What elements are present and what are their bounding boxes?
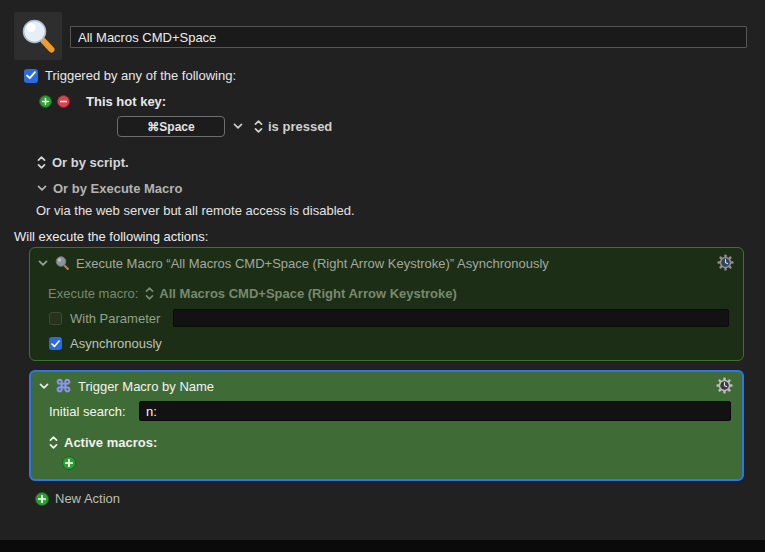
checkmark-icon bbox=[51, 340, 60, 348]
active-macros-popup[interactable]: Active macros: bbox=[49, 435, 157, 450]
hotkey-recorder[interactable]: ⌘Space bbox=[117, 116, 225, 137]
parameter-input[interactable] bbox=[173, 309, 729, 327]
initial-search-input[interactable] bbox=[139, 401, 731, 421]
execute-macro-label: Execute macro: bbox=[48, 286, 138, 301]
new-action-button[interactable]: New Action bbox=[35, 491, 120, 506]
collapse-chevron-icon[interactable] bbox=[38, 260, 48, 267]
asynchronously-row: Asynchronously bbox=[49, 336, 162, 351]
hotkey-header-row: This hot key: bbox=[39, 94, 166, 109]
with-parameter-row: With Parameter bbox=[49, 311, 160, 326]
minus-icon bbox=[60, 98, 67, 105]
hotkey-condition-label: is pressed bbox=[268, 119, 332, 134]
gear-icon[interactable] bbox=[716, 377, 733, 394]
hotkey-value: ⌘Space bbox=[147, 120, 194, 134]
action-title: Execute Macro “All Macros CMD+Space (Rig… bbox=[76, 256, 549, 271]
popup-updown-icon bbox=[49, 436, 58, 449]
hotkey-label: This hot key: bbox=[86, 94, 166, 109]
collapse-chevron-icon[interactable] bbox=[39, 383, 49, 390]
add-macro-row bbox=[62, 456, 76, 470]
chevron-down-icon[interactable] bbox=[233, 123, 243, 130]
bottom-divider bbox=[0, 540, 765, 552]
triggered-by-row: Triggered by any of the following: bbox=[24, 68, 236, 83]
triggered-by-label: Triggered by any of the following: bbox=[45, 68, 236, 83]
initial-search-row: Initial search: bbox=[49, 404, 126, 419]
hotkey-value-row: ⌘Space is pressed bbox=[117, 116, 332, 137]
magnifier-icon bbox=[18, 16, 58, 56]
asynchronously-checkbox[interactable] bbox=[49, 337, 62, 350]
actions-section-header: Will execute the following actions: bbox=[14, 229, 208, 244]
execute-macro-row: Execute macro: All Macros CMD+Space (Rig… bbox=[48, 286, 457, 301]
asynchronously-label: Asynchronously bbox=[70, 336, 162, 351]
web-server-note: Or via the web server but all remote acc… bbox=[36, 203, 355, 218]
action-header[interactable]: Execute Macro “All Macros CMD+Space (Rig… bbox=[38, 255, 549, 271]
action-title: Trigger Macro by Name bbox=[78, 379, 214, 394]
plus-icon bbox=[35, 492, 49, 506]
action-execute-macro[interactable]: Execute Macro “All Macros CMD+Space (Rig… bbox=[29, 247, 744, 361]
command-icon: ⌘ bbox=[55, 378, 72, 395]
new-action-label: New Action bbox=[55, 491, 120, 506]
triggered-by-checkbox[interactable] bbox=[24, 69, 38, 83]
remove-trigger-button[interactable] bbox=[57, 95, 70, 108]
plus-icon bbox=[65, 459, 73, 467]
or-by-execute-macro-label: Or by Execute Macro bbox=[53, 181, 182, 196]
add-trigger-button[interactable] bbox=[39, 95, 52, 108]
action-header[interactable]: ⌘ Trigger Macro by Name bbox=[39, 378, 214, 395]
macro-editor-window: Triggered by any of the following: This … bbox=[0, 0, 765, 552]
or-by-execute-macro-disclosure[interactable]: Or by Execute Macro bbox=[37, 181, 182, 196]
active-macros-label: Active macros: bbox=[64, 435, 157, 450]
popup-updown-icon bbox=[254, 120, 263, 133]
initial-search-label: Initial search: bbox=[49, 404, 126, 419]
checkmark-icon bbox=[26, 71, 36, 80]
or-by-script-label: Or by script. bbox=[52, 155, 129, 170]
add-macro-button[interactable] bbox=[62, 456, 76, 470]
macro-name-input[interactable] bbox=[70, 26, 747, 48]
macro-icon-well[interactable] bbox=[14, 12, 62, 60]
execute-macro-icon bbox=[54, 255, 70, 271]
popup-updown-icon bbox=[145, 287, 154, 300]
macro-popup-value: All Macros CMD+Space (Right Arrow Keystr… bbox=[159, 286, 457, 301]
with-parameter-label: With Parameter bbox=[70, 311, 160, 326]
action-trigger-macro-by-name[interactable]: ⌘ Trigger Macro by Name Initial search: bbox=[29, 370, 744, 481]
plus-icon bbox=[42, 98, 49, 105]
popup-updown-icon bbox=[37, 156, 46, 169]
or-by-script-popup[interactable]: Or by script. bbox=[37, 155, 129, 170]
with-parameter-checkbox[interactable] bbox=[49, 312, 62, 325]
hotkey-condition-popup[interactable]: is pressed bbox=[254, 119, 332, 134]
chevron-down-icon bbox=[37, 185, 47, 192]
macro-popup[interactable]: All Macros CMD+Space (Right Arrow Keystr… bbox=[145, 286, 457, 301]
gear-icon[interactable] bbox=[717, 254, 734, 271]
